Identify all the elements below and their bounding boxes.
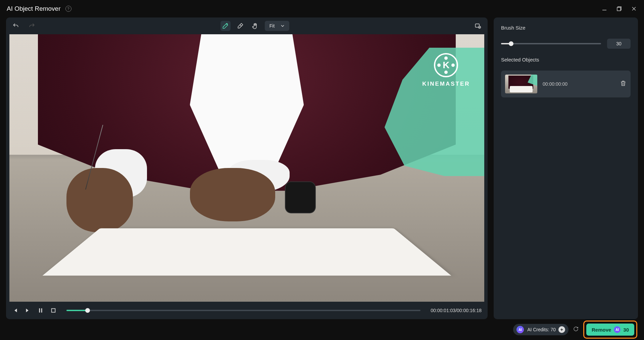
svg-rect-10 <box>39 308 40 313</box>
scrubber-handle[interactable] <box>85 308 90 313</box>
svg-rect-2 <box>617 7 621 11</box>
object-thumbnail <box>505 75 537 93</box>
selected-object-item[interactable]: 00:00:00:00 <box>501 71 631 97</box>
titlebar-left: AI Object Remover ? <box>7 5 71 12</box>
titlebar: AI Object Remover ? <box>0 0 644 17</box>
timecode: 00:00:01:03/00:00:16:18 <box>431 308 482 313</box>
preview-panel: Fit <box>6 17 488 319</box>
brush-size-row: 30 <box>501 39 631 49</box>
zoom-select[interactable]: Fit <box>265 21 290 31</box>
remove-cost: 30 <box>623 327 629 333</box>
footer-bar: AI AI Credits: 70 + Remove AI 30 <box>0 319 644 340</box>
ai-badge-icon: AI <box>516 326 524 333</box>
remove-label: Remove <box>592 327 611 333</box>
toolbar-history <box>11 21 37 31</box>
credits-label: AI Credits: 70 <box>527 327 556 332</box>
close-icon[interactable] <box>631 5 637 12</box>
svg-line-7 <box>240 25 242 27</box>
zoom-label: Fit <box>269 23 275 29</box>
delete-object-icon[interactable] <box>620 80 627 88</box>
stop-icon[interactable] <box>50 307 56 313</box>
canvas-toolbar: Fit <box>6 17 488 34</box>
ai-cost-badge-icon: AI <box>614 326 621 333</box>
brush-add-icon[interactable] <box>220 21 231 31</box>
next-frame-icon[interactable] <box>25 307 31 313</box>
playback-controls <box>12 307 56 313</box>
remove-button[interactable]: Remove AI 30 <box>586 324 634 336</box>
video-frame: K KINEMASTER <box>9 34 484 302</box>
redo-icon[interactable] <box>27 21 37 31</box>
slider-handle[interactable] <box>509 41 513 46</box>
brush-size-value[interactable]: 30 <box>607 39 631 49</box>
prev-frame-icon[interactable] <box>12 307 18 313</box>
toolbar-right <box>473 21 483 31</box>
playbar: 00:00:01:03/00:00:16:18 <box>6 302 488 319</box>
svg-rect-11 <box>41 308 42 313</box>
svg-rect-12 <box>52 309 55 312</box>
help-icon[interactable]: ? <box>65 6 71 12</box>
watermark-text: KINEMASTER <box>422 81 470 87</box>
selected-objects-label: Selected Objects <box>501 57 631 62</box>
toolbar-tools: Fit <box>40 21 469 31</box>
settings-panel: Brush Size 30 Selected Objects 00:00:00:… <box>494 17 638 319</box>
refresh-icon[interactable] <box>573 326 579 333</box>
eraser-icon[interactable] <box>235 21 245 31</box>
window-controls <box>601 5 637 12</box>
chevron-down-icon <box>281 24 285 28</box>
remove-highlight-box: Remove AI 30 <box>583 321 637 339</box>
watermark-logo-icon: K <box>434 53 458 77</box>
compare-icon[interactable] <box>473 21 483 31</box>
undo-icon[interactable] <box>11 21 21 31</box>
ai-credits-pill: AI AI Credits: 70 + <box>513 324 568 335</box>
brush-size-slider[interactable] <box>501 43 601 44</box>
hand-pan-icon[interactable] <box>250 21 260 31</box>
app-title: AI Object Remover <box>7 5 61 12</box>
maximize-icon[interactable] <box>616 5 623 12</box>
object-timecode: 00:00:00:00 <box>543 81 614 87</box>
brush-size-label: Brush Size <box>501 25 631 31</box>
watermark: K KINEMASTER <box>422 53 470 87</box>
main-area: Fit <box>0 17 644 319</box>
add-credits-button[interactable]: + <box>558 326 565 333</box>
video-canvas[interactable]: K KINEMASTER <box>9 34 484 302</box>
timeline-scrubber[interactable] <box>66 310 420 311</box>
minimize-icon[interactable] <box>601 5 608 12</box>
pause-icon[interactable] <box>38 307 44 313</box>
